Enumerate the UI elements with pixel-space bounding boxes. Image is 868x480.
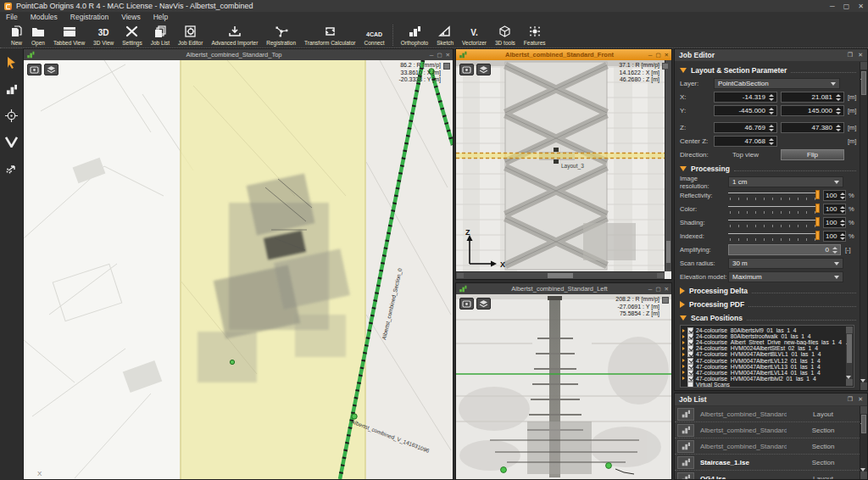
front-view-canvas[interactable]: Layout_3 Z X 37.1 : R [mm/p] 14.1 (456, 60, 671, 279)
new-button[interactable]: New (6, 23, 27, 47)
job-row[interactable]: Albertst_combined_Standard Section (675, 422, 860, 438)
image-resolution-select[interactable]: 1 cm (728, 176, 843, 187)
scan-item[interactable]: 47-colourise_HVM0047Albertblvl2_01_las_1… (682, 376, 844, 382)
job-list-scrollbar[interactable] (860, 406, 867, 479)
layers-button[interactable] (44, 64, 58, 75)
scan-checkbox[interactable] (687, 364, 693, 370)
scan-checkbox[interactable] (687, 358, 693, 364)
amplifying-input[interactable]: 0 (728, 244, 841, 255)
job-editor-header[interactable]: Job Editor ❐ ✕ (675, 49, 867, 61)
scan-item[interactable]: 47-colourise_HVM0047AlbertLVL12_01_las_1… (682, 357, 844, 363)
viewport-close-icon[interactable]: ✕ (665, 52, 669, 59)
viewport-front-header[interactable]: Albertst_combined_Standard_Front ─ ▢ ✕ (456, 49, 671, 60)
tabbed-view-button[interactable]: Tabbed View (49, 23, 89, 47)
close-button[interactable]: ✕ (858, 3, 864, 10)
menu-modules[interactable]: Modules (31, 13, 58, 21)
viewport-minimize-icon[interactable]: ─ (648, 52, 653, 59)
close-panel-icon[interactable]: ✕ (858, 396, 863, 403)
scan-checkbox[interactable] (687, 351, 693, 357)
close-panel-icon[interactable]: ✕ (858, 52, 863, 59)
vectorizer-button[interactable]: V. Vectorizer (458, 23, 491, 47)
minimize-button[interactable]: ─ (830, 3, 835, 10)
layers-button[interactable] (476, 298, 491, 310)
section-processing[interactable]: Processing (680, 163, 856, 174)
shading-input[interactable]: 100 (823, 217, 846, 228)
float-panel-icon[interactable]: ❐ (848, 396, 853, 403)
viewport-maximize-icon[interactable]: ▢ (655, 52, 660, 59)
orthophoto-button[interactable]: Orthophoto (397, 23, 433, 47)
y-min-input[interactable]: -445.000 (714, 105, 777, 116)
orthophoto-tool-button[interactable] (3, 81, 21, 97)
center-z-input[interactable]: 47.068 (714, 136, 777, 147)
transform-calculator-button[interactable]: Transform Calculator (300, 23, 359, 47)
overlay-collapse-button[interactable] (443, 63, 450, 70)
viewport-close-icon[interactable]: ✕ (446, 52, 450, 59)
x-min-input[interactable]: -14.319 (714, 92, 777, 103)
open-button[interactable]: Open (27, 23, 49, 47)
section-layout-parameter[interactable]: Layout & Section Parameter (680, 64, 856, 75)
features-button[interactable]: Features (520, 23, 550, 47)
scan-item[interactable]: 24-colourise_Albert_Street_Drive_new-bag… (682, 339, 844, 345)
color-slider[interactable] (728, 204, 820, 215)
3d-tools-button[interactable]: 3D tools (491, 23, 520, 47)
z-max-input[interactable]: 47.380 (781, 122, 844, 133)
scan-item[interactable]: 24-colourise_HVM0024AlbertStEst_02_las_1… (682, 345, 844, 351)
viewport-minimize-icon[interactable]: ─ (648, 286, 653, 293)
front-vertical-scrollbar[interactable] (665, 60, 671, 271)
shading-slider[interactable] (728, 217, 820, 228)
sketch-button[interactable]: Sketch (432, 23, 458, 47)
overlay-collapse-button[interactable] (662, 297, 669, 304)
reflectivity-slider[interactable] (728, 190, 820, 201)
job-row[interactable]: Albertst_combined_Standard Layout (675, 406, 860, 422)
scan-checkbox[interactable] (687, 370, 693, 376)
scan-checkbox[interactable] (687, 333, 693, 339)
scan-radius-select[interactable]: 30 m (728, 258, 843, 269)
scan-item[interactable]: 47-colourise_HVM0047AlbertLVL14_01_las_1… (682, 370, 844, 376)
scan-list-scrollbar[interactable] (846, 327, 853, 386)
advanced-importer-button[interactable]: Advanced Importer (207, 23, 262, 47)
indexed-input[interactable]: 100 (823, 231, 846, 242)
point-tool-button[interactable] (3, 108, 21, 123)
fitting-tool-button[interactable] (3, 160, 21, 176)
elevation-model-select[interactable]: Maximum (728, 271, 843, 282)
flip-button[interactable]: Flip (781, 149, 844, 160)
viewport-left-header[interactable]: Albertst_combined_Standard_Left ─ ▢ ✕ (456, 283, 671, 294)
viewport-maximize-icon[interactable]: ▢ (655, 286, 660, 293)
scan-checkbox[interactable] (687, 345, 693, 351)
scan-item[interactable]: 47-colourise_HVM0047AlbertLVL13_01_las_1… (682, 364, 844, 370)
float-panel-icon[interactable]: ❐ (848, 52, 853, 59)
job-row[interactable]: Albertst_combined_Standard Section (675, 438, 860, 455)
left-view-canvas[interactable]: 208.2 : R [mm/p] -27.0691 : Y [m] 75.585… (456, 294, 671, 479)
z-min-input[interactable]: 46.769 (714, 122, 777, 133)
menu-views[interactable]: Views (121, 13, 141, 21)
viewport-close-icon[interactable]: ✕ (665, 286, 669, 293)
fit-view-button[interactable] (27, 64, 42, 75)
3d-view-button[interactable]: 3D 3D View (89, 23, 118, 47)
scan-position-marker[interactable] (230, 360, 234, 364)
section-processing-delta[interactable]: Processing Delta (680, 285, 856, 296)
scan-item[interactable]: Virtual Scans (682, 382, 844, 388)
scan-checkbox[interactable] (687, 382, 693, 388)
reflectivity-input[interactable]: 100 (823, 190, 846, 201)
viewport-top-header[interactable]: Albertst_combined_Standard_Top ─ ▢ ✕ (24, 49, 453, 60)
layers-button[interactable] (476, 64, 491, 75)
scan-checkbox[interactable] (687, 339, 693, 345)
top-view-canvas[interactable]: Albertst_combined_Section_0 Albertst_com… (24, 60, 453, 479)
scan-position-marker[interactable] (501, 467, 507, 473)
front-horizontal-scrollbar[interactable] (456, 271, 665, 279)
vectorizer-tool-button[interactable] (3, 134, 21, 149)
menu-help[interactable]: Help (153, 13, 168, 21)
overlay-collapse-button[interactable] (662, 63, 669, 70)
job-list-button[interactable]: Job List (147, 23, 174, 47)
fit-view-button[interactable] (459, 64, 474, 75)
job-editor-scrollbar[interactable] (860, 62, 867, 390)
scan-position-marker[interactable] (606, 463, 612, 469)
y-max-input[interactable]: 145.000 (781, 105, 844, 116)
viewport-minimize-icon[interactable]: ─ (430, 52, 434, 59)
select-tool-button[interactable] (3, 55, 21, 70)
fit-view-button[interactable] (459, 298, 474, 310)
indexed-slider[interactable] (728, 231, 820, 242)
settings-button[interactable]: Settings (118, 23, 147, 47)
registration-button[interactable]: Registration (262, 23, 300, 47)
scan-checkbox[interactable] (687, 327, 693, 333)
